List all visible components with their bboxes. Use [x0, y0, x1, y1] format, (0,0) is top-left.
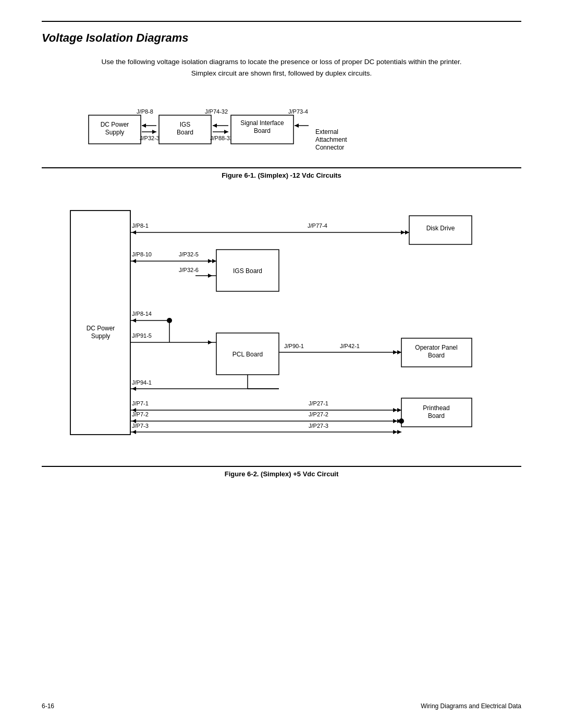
footer: 6-16 Wiring Diagrams and Electrical Data [42, 702, 521, 710]
svg-text:Board: Board [254, 127, 271, 134]
svg-marker-52 [132, 259, 136, 263]
svg-marker-84 [393, 408, 397, 412]
svg-text:J/P7-1: J/P7-1 [132, 400, 149, 406]
svg-marker-76 [132, 387, 136, 391]
svg-text:J/P32-6: J/P32-6 [179, 267, 199, 273]
svg-marker-7 [152, 130, 156, 134]
svg-marker-49 [405, 230, 409, 235]
svg-text:Board: Board [428, 412, 445, 419]
figure1-caption: Figure 6-1. (Simplex) -12 Vdc Circuits [42, 171, 521, 179]
svg-text:J/P8-10: J/P8-10 [132, 251, 152, 257]
svg-text:Signal Interface: Signal Interface [240, 119, 284, 127]
svg-marker-16 [224, 130, 228, 134]
svg-marker-72 [393, 350, 397, 354]
svg-text:DC Power: DC Power [87, 325, 115, 332]
figure2-diagram: DC Power Supply Disk Drive IGS Board PCL… [55, 195, 508, 466]
svg-point-93 [399, 418, 404, 424]
top-rule [42, 21, 521, 22]
svg-text:Board: Board [177, 129, 193, 136]
svg-text:J/P27-3: J/P27-3 [309, 423, 328, 429]
svg-marker-99 [393, 430, 397, 434]
figure1-diagram: DC Power Supply J/P8-8 J/P32-3 IGS Board… [68, 100, 495, 167]
footer-section-title: Wiring Diagrams and Electrical Data [421, 702, 521, 710]
svg-text:J/P32-3: J/P32-3 [140, 135, 160, 141]
footer-page-number: 6-16 [42, 702, 54, 710]
section-title: Voltage Isolation Diagrams [42, 31, 521, 45]
svg-text:J/P90-1: J/P90-1 [284, 343, 304, 349]
svg-text:J/P7-2: J/P7-2 [132, 411, 149, 417]
svg-marker-44 [132, 230, 136, 235]
svg-marker-62 [132, 318, 136, 323]
intro-text: Use the following voltage isolation diag… [99, 56, 464, 79]
svg-text:DC Power: DC Power [101, 121, 129, 128]
svg-marker-96 [132, 430, 136, 434]
svg-text:Connector: Connector [315, 144, 344, 151]
figure1-rule [42, 167, 521, 168]
svg-marker-100 [397, 430, 401, 434]
svg-text:J/P32-5: J/P32-5 [179, 251, 199, 257]
svg-text:J/P8-1: J/P8-1 [132, 223, 149, 229]
svg-text:IGS: IGS [180, 121, 191, 128]
svg-marker-23 [295, 124, 299, 128]
svg-text:PCL Board: PCL Board [232, 351, 263, 358]
svg-text:J/P94-1: J/P94-1 [132, 379, 152, 386]
svg-text:Operator Panel: Operator Panel [415, 344, 457, 351]
svg-text:J/P74-32: J/P74-32 [205, 108, 228, 115]
svg-marker-85 [397, 408, 401, 412]
svg-marker-56 [212, 259, 216, 263]
svg-text:J/P88-32: J/P88-32 [210, 135, 233, 141]
svg-text:IGS Board: IGS Board [233, 267, 262, 275]
svg-text:Disk Drive: Disk Drive [426, 225, 455, 232]
svg-text:J/P7-3: J/P7-3 [132, 423, 149, 429]
svg-text:J/P91-5: J/P91-5 [132, 332, 152, 339]
svg-marker-59 [208, 274, 212, 278]
svg-marker-55 [208, 259, 212, 263]
svg-text:J/P8-14: J/P8-14 [132, 311, 152, 317]
svg-rect-27 [70, 211, 130, 435]
svg-marker-67 [208, 340, 212, 344]
figure2-rule [42, 466, 521, 467]
svg-text:External: External [315, 128, 338, 135]
svg-text:J/P77-4: J/P77-4 [308, 223, 327, 229]
svg-text:J/P27-2: J/P27-2 [309, 411, 328, 417]
svg-text:Supply: Supply [105, 129, 125, 136]
svg-text:J/P27-1: J/P27-1 [309, 400, 328, 406]
figure2-caption: Figure 6-2. (Simplex) +5 Vdc Circuit [42, 470, 521, 478]
svg-text:J/P73-4: J/P73-4 [288, 108, 308, 115]
svg-text:Board: Board [428, 352, 445, 359]
svg-text:Printhead: Printhead [423, 404, 449, 412]
svg-text:Supply: Supply [91, 332, 111, 340]
svg-marker-73 [397, 350, 401, 354]
svg-text:J/P8-8: J/P8-8 [137, 108, 153, 115]
svg-text:J/P42-1: J/P42-1 [340, 343, 360, 349]
page: Voltage Isolation Diagrams Use the follo… [0, 0, 563, 728]
svg-marker-5 [142, 124, 146, 128]
svg-text:Attachment: Attachment [315, 136, 347, 143]
svg-marker-48 [401, 230, 405, 235]
svg-marker-91 [393, 419, 397, 423]
svg-marker-14 [213, 124, 217, 128]
